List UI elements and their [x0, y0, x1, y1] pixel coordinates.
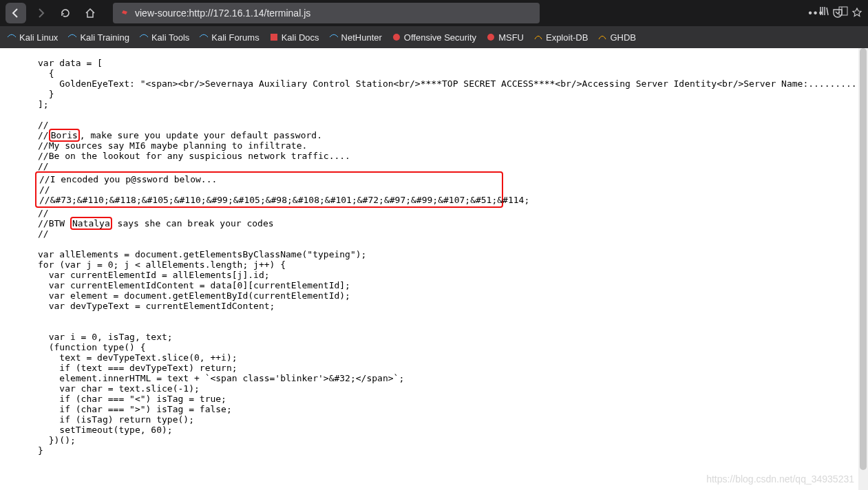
source-code: var data = [ { GoldenEyeText: "<span><br… [0, 58, 868, 456]
bookmark-kali-forums[interactable]: Kali Forums [199, 32, 259, 43]
url-bar[interactable]: view-source:http://172.16.1.14/terminal.… [113, 3, 540, 23]
back-button[interactable] [6, 3, 26, 23]
vertical-scrollbar[interactable] [858, 48, 868, 490]
bookmark-ghdb[interactable]: GHDB [597, 32, 636, 43]
page-content: var data = [ { GoldenEyeText: "<span><br… [0, 48, 868, 490]
watermark: https://blog.csdn.net/qq_34935231 [706, 473, 854, 484]
site-identity-icon [120, 8, 129, 18]
bookmark-exploit-db[interactable]: Exploit-DB [533, 32, 588, 43]
highlight-password-block: //I encoded you p@ssword below... // //&… [35, 171, 503, 208]
forward-button[interactable] [30, 3, 51, 23]
bookmarks-toolbar: Kali Linux Kali Training Kali Tools Kali… [0, 26, 868, 48]
sidebar-icon[interactable] [838, 6, 849, 17]
svg-point-4 [487, 34, 494, 41]
scrollbar-thumb[interactable] [860, 48, 867, 470]
svg-rect-2 [271, 34, 277, 41]
bookmark-kali-linux[interactable]: Kali Linux [7, 32, 58, 43]
library-icon[interactable] [818, 6, 829, 17]
svg-point-3 [393, 34, 400, 41]
bookmark-offensive-security[interactable]: Offensive Security [392, 32, 476, 43]
toolbar-far-right [818, 6, 849, 17]
bookmark-kali-tools[interactable]: Kali Tools [139, 32, 189, 43]
url-text: view-source:http://172.16.1.14/terminal.… [135, 8, 310, 19]
bookmark-msfu[interactable]: MSFU [486, 32, 524, 43]
reload-button[interactable] [55, 3, 76, 23]
highlight-natalya: Natalya [70, 217, 112, 230]
bookmark-kali-training[interactable]: Kali Training [67, 32, 129, 43]
bookmark-star-icon[interactable] [851, 8, 862, 19]
browser-toolbar: view-source:http://172.16.1.14/terminal.… [0, 0, 868, 26]
bookmark-kali-docs[interactable]: Kali Docs [269, 32, 319, 43]
svg-rect-0 [839, 7, 847, 15]
home-button[interactable] [80, 3, 100, 23]
bookmark-nethunter[interactable]: NetHunter [329, 32, 382, 43]
